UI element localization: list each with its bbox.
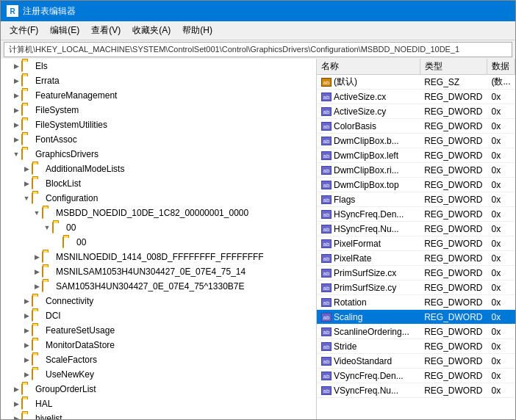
reg-data-cell: 0x: [487, 354, 515, 369]
table-row[interactable]: abVSyncFreq.Nu...REG_DWORD0x: [317, 383, 515, 398]
expand-icon[interactable]: ▶: [21, 355, 32, 365]
expand-icon[interactable]: ▶: [11, 413, 21, 419]
reg-name-cell: abStride: [317, 339, 420, 354]
reg-icon: ab: [321, 357, 332, 366]
tree-label: 00: [66, 222, 76, 233]
reg-name-cell: abDwmClipBox.ri...: [317, 163, 420, 178]
expand-icon[interactable]: ▶: [11, 399, 21, 409]
tree-item[interactable]: ▶SAM1053H4UN304427_0E_07E4_75^1330B7E: [1, 279, 316, 294]
expand-icon[interactable]: ▶: [11, 90, 21, 101]
registry-panel[interactable]: 名称 类型 数据 ab(默认)REG_SZ(数...abActiveSize.c…: [317, 59, 515, 419]
folder-icon: [21, 61, 33, 71]
expand-icon[interactable]: ▶: [21, 340, 32, 350]
tree-item[interactable]: ▶UseNewKey: [1, 367, 316, 382]
tree-item[interactable]: ▶FileSystemUtilities: [1, 117, 316, 132]
reg-data-cell: 0x: [487, 104, 515, 119]
tree-item[interactable]: ▼Configuration: [1, 191, 316, 206]
reg-data-cell: 0x: [487, 222, 515, 236]
expand-icon[interactable]: ▶: [21, 325, 32, 336]
menu-help[interactable]: 帮助(H): [176, 23, 218, 38]
expand-icon[interactable]: ▶: [21, 369, 32, 380]
table-row[interactable]: abFlagsREG_DWORD0x: [317, 192, 515, 207]
tree-item[interactable]: ▶AdditionalModeLists: [1, 162, 316, 176]
tree-label: ScaleFactors: [46, 355, 97, 365]
table-row[interactable]: abDwmClipBox.b...REG_DWORD0x: [317, 134, 515, 148]
reg-type-cell: REG_SZ: [420, 75, 487, 90]
tree-item[interactable]: ▼00: [1, 220, 316, 235]
expand-icon[interactable]: ▶: [32, 281, 42, 292]
expand-icon[interactable]: ▶: [21, 311, 32, 321]
tree-item[interactable]: ▶FileSystem: [1, 103, 316, 117]
table-row[interactable]: abDwmClipBox.topREG_DWORD0x: [317, 178, 515, 192]
table-row[interactable]: abActiveSize.cyREG_DWORD0x: [317, 104, 515, 119]
table-row[interactable]: abPixelFormatREG_DWORD0x: [317, 236, 515, 251]
expand-icon[interactable]: ▶: [21, 164, 32, 174]
reg-data-cell: 0x: [487, 295, 515, 310]
table-row[interactable]: abVSyncFreq.Den...REG_DWORD0x: [317, 369, 515, 383]
menu-file[interactable]: 文件(F): [4, 23, 44, 38]
folder-icon: [32, 340, 43, 350]
table-row[interactable]: abActiveSize.cxREG_DWORD0x: [317, 90, 515, 104]
expand-icon[interactable]: ▼: [42, 222, 52, 233]
table-row[interactable]: abPrimSurfSize.cxREG_DWORD0x: [317, 266, 515, 280]
table-row[interactable]: abStrideREG_DWORD0x: [317, 339, 515, 354]
tree-label: FeatureSetUsage: [46, 325, 115, 336]
expand-icon[interactable]: ▼: [21, 193, 32, 203]
tree-panel[interactable]: ▶Els▶Errata▶FeatureManagement▶FileSystem…: [1, 59, 317, 419]
menu-favorites[interactable]: 收藏夹(A): [126, 23, 176, 38]
tree-item[interactable]: ▶FontAssoc: [1, 132, 316, 147]
tree-label: DCI: [46, 311, 61, 321]
tree-item[interactable]: ▼MSBDD_NOEDID_10DE_1C82_00000001_0000: [1, 206, 316, 220]
table-row[interactable]: abScalingREG_DWORD0x: [317, 310, 515, 325]
expand-icon[interactable]: ▶: [11, 76, 21, 86]
expand-icon[interactable]: ▼: [32, 208, 42, 218]
expand-icon[interactable]: ▶: [21, 296, 32, 306]
tree-item[interactable]: ▶MSNILSAM1053H4UN304427_0E_07E4_75_14: [1, 264, 316, 279]
table-row[interactable]: abVideoStandardREG_DWORD0x: [317, 354, 515, 369]
expand-icon[interactable]: ▶: [11, 384, 21, 394]
expand-icon[interactable]: ▶: [32, 252, 42, 262]
tree-item[interactable]: ▶HAL: [1, 397, 316, 411]
tree-item[interactable]: ▼GraphicsDrivers: [1, 147, 316, 162]
table-row[interactable]: abColorBasisREG_DWORD0x: [317, 119, 515, 134]
tree-item[interactable]: ▶hivelist: [1, 411, 316, 419]
tree-item[interactable]: ▶ScaleFactors: [1, 352, 316, 367]
menu-view[interactable]: 查看(V): [85, 23, 126, 38]
table-row[interactable]: abDwmClipBox.leftREG_DWORD0x: [317, 148, 515, 163]
menu-edit[interactable]: 编辑(E): [44, 23, 85, 38]
tree-item[interactable]: ▶BlockList: [1, 176, 316, 191]
tree-item[interactable]: ▶GroupOrderList: [1, 382, 316, 397]
table-row[interactable]: abScanlineOrdering...REG_DWORD0x: [317, 325, 515, 339]
address-bar[interactable]: 计算机\HKEY_LOCAL_MACHINE\SYSTEM\ControlSet…: [4, 42, 512, 57]
tree-item[interactable]: ▶MonitorDataStore: [1, 338, 316, 352]
expand-icon[interactable]: ▶: [11, 120, 21, 130]
expand-icon[interactable]: ▶: [11, 134, 21, 145]
tree-item[interactable]: ▶Els: [1, 59, 316, 73]
table-row[interactable]: abHSyncFreq.Den...REG_DWORD0x: [317, 207, 515, 222]
expand-icon[interactable]: ▼: [11, 149, 21, 159]
table-row[interactable]: ab(默认)REG_SZ(数...: [317, 75, 515, 90]
reg-name-cell: abPrimSurfSize.cy: [317, 280, 420, 295]
tree-item[interactable]: ▶Errata: [1, 73, 316, 88]
title-bar: R 注册表编辑器: [1, 1, 515, 21]
tree-item[interactable]: ▶DCI: [1, 308, 316, 323]
table-row[interactable]: abRotationREG_DWORD0x: [317, 295, 515, 310]
expand-icon[interactable]: ▶: [11, 105, 21, 115]
table-row[interactable]: abPixelRateREG_DWORD0x: [317, 251, 515, 266]
table-row[interactable]: abHSyncFreq.Nu...REG_DWORD0x: [317, 222, 515, 236]
reg-data-cell: 0x: [487, 383, 515, 398]
expand-icon[interactable]: ▶: [32, 267, 42, 277]
tree-item[interactable]: ▶MSNILNOEDID_1414_008D_FFFFFFFF_FFFFFFFF: [1, 250, 316, 264]
expand-icon[interactable]: ▶: [21, 178, 32, 189]
table-row[interactable]: abDwmClipBox.ri...REG_DWORD0x: [317, 163, 515, 178]
tree-item[interactable]: ▶FeatureManagement: [1, 88, 316, 103]
folder-icon: [42, 208, 54, 218]
table-row[interactable]: abPrimSurfSize.cyREG_DWORD0x: [317, 280, 515, 295]
reg-name-cell: ab(默认): [317, 75, 420, 90]
tree-label: hivelist: [35, 413, 62, 419]
tree-item[interactable]: ▶Connectivity: [1, 294, 316, 308]
tree-item[interactable]: 00: [1, 235, 316, 250]
expand-icon[interactable]: ▶: [11, 61, 21, 71]
tree-item[interactable]: ▶FeatureSetUsage: [1, 323, 316, 338]
reg-type-cell: REG_DWORD: [420, 369, 487, 383]
